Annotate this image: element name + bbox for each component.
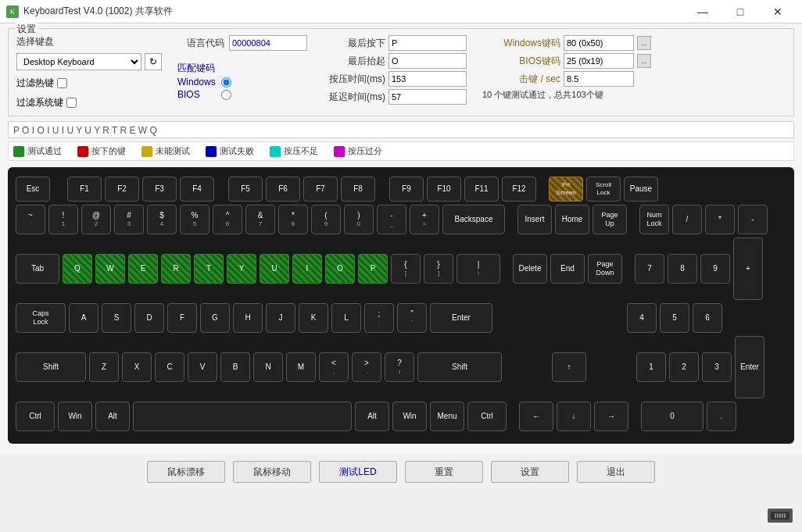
key-9[interactable]: (9 bbox=[311, 205, 341, 234]
key-f5[interactable]: F5 bbox=[228, 177, 263, 202]
key-p[interactable]: P bbox=[358, 254, 388, 284]
key-f[interactable]: F bbox=[167, 303, 197, 333]
key-caps-lock[interactable]: CapsLock bbox=[16, 303, 66, 333]
key-num-div[interactable]: / bbox=[672, 205, 702, 234]
key-end[interactable]: End bbox=[550, 254, 585, 284]
exit-button[interactable]: 退出 bbox=[577, 461, 655, 483]
key-num-mul[interactable]: * bbox=[705, 205, 735, 234]
key-v[interactable]: V bbox=[188, 352, 217, 382]
settings-button[interactable]: 设置 bbox=[491, 461, 569, 483]
key-d[interactable]: D bbox=[134, 303, 164, 333]
key-num8[interactable]: 8 bbox=[668, 254, 697, 284]
key-period[interactable]: >. bbox=[352, 352, 381, 382]
key-z[interactable]: Z bbox=[89, 352, 119, 382]
key-down[interactable]: ↓ bbox=[557, 402, 591, 431]
windows-code-btn[interactable]: ... bbox=[637, 36, 651, 50]
key-lbracket[interactable]: {[ bbox=[391, 254, 421, 284]
filter-system-checkbox[interactable] bbox=[66, 98, 77, 108]
key-num-enter[interactable]: Enter bbox=[735, 336, 764, 398]
key-esc[interactable]: Esc bbox=[16, 177, 50, 202]
key-backspace[interactable]: Backspace bbox=[442, 205, 505, 234]
key-num9[interactable]: 9 bbox=[700, 254, 730, 284]
reset-button[interactable]: 重置 bbox=[405, 461, 483, 483]
windows-radio[interactable] bbox=[221, 77, 231, 87]
key-f11[interactable]: F11 bbox=[464, 177, 499, 202]
key-f9[interactable]: F9 bbox=[389, 177, 424, 202]
key-f7[interactable]: F7 bbox=[303, 177, 338, 202]
key-backslash[interactable]: |\ bbox=[456, 254, 500, 284]
key-a[interactable]: A bbox=[69, 303, 98, 333]
key-num-lock[interactable]: NumLock bbox=[639, 205, 669, 234]
key-f2[interactable]: F2 bbox=[105, 177, 139, 202]
key-page-down[interactable]: PageDown bbox=[588, 254, 622, 284]
key-equals[interactable]: += bbox=[410, 205, 439, 234]
key-num-sub[interactable]: - bbox=[738, 205, 768, 234]
key-q[interactable]: Q bbox=[63, 254, 92, 284]
key-num3[interactable]: 3 bbox=[702, 352, 732, 382]
key-pause[interactable]: Pause bbox=[624, 177, 658, 202]
key-right[interactable]: → bbox=[594, 402, 628, 431]
filter-hotkeys-checkbox[interactable] bbox=[57, 78, 67, 88]
key-0[interactable]: )0 bbox=[344, 205, 374, 234]
key-k[interactable]: K bbox=[299, 303, 328, 333]
key-up[interactable]: ↑ bbox=[552, 352, 586, 382]
key-o[interactable]: O bbox=[325, 254, 355, 284]
key-minus[interactable]: -_ bbox=[377, 205, 406, 234]
key-ralt[interactable]: Alt bbox=[355, 402, 389, 431]
key-c[interactable]: C bbox=[155, 352, 184, 382]
key-scroll-lock[interactable]: ScrollLock bbox=[586, 177, 621, 202]
key-5[interactable]: %5 bbox=[180, 205, 209, 234]
key-j[interactable]: J bbox=[266, 303, 295, 333]
key-tab[interactable]: Tab bbox=[16, 254, 59, 284]
key-h[interactable]: H bbox=[233, 303, 263, 333]
key-f4[interactable]: F4 bbox=[180, 177, 214, 202]
key-rwin[interactable]: Win bbox=[392, 402, 427, 431]
key-2[interactable]: @2 bbox=[81, 205, 111, 234]
key-num0[interactable]: 0 bbox=[641, 402, 704, 431]
lang-code-input[interactable] bbox=[229, 35, 307, 51]
key-num-dot[interactable]: . bbox=[707, 402, 736, 431]
key-home[interactable]: Home bbox=[555, 205, 589, 234]
key-insert[interactable]: Insert bbox=[517, 205, 552, 234]
key-rctrl[interactable]: Ctrl bbox=[467, 402, 507, 431]
key-rshift[interactable]: Shift bbox=[417, 352, 502, 382]
key-n[interactable]: N bbox=[253, 352, 283, 382]
key-6[interactable]: ^6 bbox=[213, 205, 242, 234]
key-8[interactable]: *8 bbox=[278, 205, 308, 234]
key-f1[interactable]: F1 bbox=[67, 177, 102, 202]
key-f6[interactable]: F6 bbox=[266, 177, 300, 202]
key-space[interactable] bbox=[133, 402, 352, 431]
key-f12[interactable]: F12 bbox=[502, 177, 536, 202]
key-page-up[interactable]: PageUp bbox=[593, 205, 627, 234]
key-f10[interactable]: F10 bbox=[427, 177, 461, 202]
key-delete[interactable]: Delete bbox=[513, 254, 547, 284]
minimize-button[interactable]: — bbox=[685, 0, 721, 23]
key-num4[interactable]: 4 bbox=[627, 303, 657, 333]
key-m[interactable]: M bbox=[286, 352, 316, 382]
key-quote[interactable]: "' bbox=[397, 303, 427, 333]
key-7[interactable]: &7 bbox=[245, 205, 275, 234]
key-rbracket[interactable]: }] bbox=[424, 254, 453, 284]
key-b[interactable]: B bbox=[220, 352, 250, 382]
key-comma[interactable]: <, bbox=[319, 352, 349, 382]
key-x[interactable]: X bbox=[122, 352, 152, 382]
key-g[interactable]: G bbox=[200, 303, 230, 333]
key-lwin[interactable]: Win bbox=[58, 402, 92, 431]
key-l[interactable]: L bbox=[331, 303, 361, 333]
key-r[interactable]: R bbox=[161, 254, 191, 284]
key-w[interactable]: W bbox=[95, 254, 125, 284]
key-num1[interactable]: 1 bbox=[636, 352, 666, 382]
key-num-plus[interactable]: + bbox=[733, 237, 763, 300]
bios-code-btn[interactable]: ... bbox=[637, 54, 651, 68]
key-lctrl[interactable]: Ctrl bbox=[16, 402, 55, 431]
key-4[interactable]: $4 bbox=[147, 205, 177, 234]
key-f3[interactable]: F3 bbox=[142, 177, 177, 202]
key-1[interactable]: !1 bbox=[48, 205, 78, 234]
key-num2[interactable]: 2 bbox=[669, 352, 699, 382]
key-3[interactable]: #3 bbox=[114, 205, 144, 234]
test-led-button[interactable]: 测试LED bbox=[319, 461, 397, 483]
key-tilde[interactable]: ~` bbox=[16, 205, 45, 234]
key-num6[interactable]: 6 bbox=[693, 303, 722, 333]
key-enter[interactable]: Enter bbox=[430, 303, 492, 333]
key-s[interactable]: S bbox=[102, 303, 131, 333]
